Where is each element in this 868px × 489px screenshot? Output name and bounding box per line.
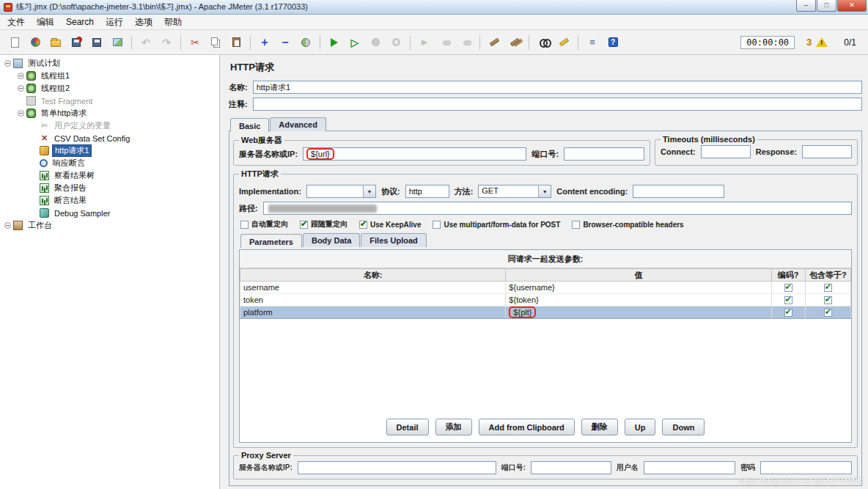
warning-indicator[interactable] (815, 37, 828, 48)
tree-toggle-icon[interactable] (18, 85, 24, 92)
add-from-clipboard-button[interactable]: Add from Clipboard (479, 419, 575, 435)
tree-item-thread-group-2[interactable]: 线程组2 (3, 82, 219, 95)
connect-timeout-input[interactable] (701, 145, 751, 158)
tree-item-http-request-1[interactable]: http请求1 (3, 144, 219, 157)
protocol-input[interactable] (405, 185, 449, 198)
search-reset-button[interactable] (554, 33, 573, 52)
new-testplan-button[interactable] (5, 33, 24, 52)
stop-button[interactable] (366, 33, 385, 52)
param-value-cell[interactable]: ${plt} (506, 306, 771, 319)
search-button[interactable] (534, 33, 553, 52)
param-name-cell[interactable]: username (240, 282, 506, 294)
start-no-pauses-button[interactable]: ▷ (345, 33, 364, 52)
error-count[interactable]: 3 (806, 37, 812, 48)
param-row-platform[interactable]: platform ${plt} (240, 306, 851, 319)
param-value-cell[interactable]: ${token} (506, 294, 771, 306)
tab-advanced[interactable]: Advanced (270, 117, 326, 131)
port-input[interactable] (564, 147, 644, 161)
tree-item-debug-sampler[interactable]: Debug Sampler (3, 207, 219, 219)
test-plan-tree[interactable]: 测试计划 线程组1 线程组2 Test Fragment 简单http请求 ✄ … (0, 55, 220, 489)
tree-toggle-icon[interactable] (18, 110, 24, 117)
tab-basic[interactable]: Basic (230, 118, 269, 132)
maximize-button[interactable]: □ (817, 0, 836, 12)
multipart-post-checkbox[interactable]: Use multipart/form-data for POST (433, 221, 560, 229)
close-button[interactable]: ✕ (837, 0, 867, 12)
encode-checkbox[interactable] (784, 296, 792, 304)
response-timeout-input[interactable] (802, 145, 852, 158)
detail-button[interactable]: Detail (386, 419, 429, 435)
up-button[interactable]: Up (625, 419, 656, 435)
parameters-table[interactable]: 名称: 值 编码? 包含等于? username ${username} (240, 268, 851, 319)
proxy-port-input[interactable] (531, 461, 611, 474)
chevron-down-icon[interactable]: ▼ (363, 185, 375, 197)
copy-button[interactable] (206, 33, 225, 52)
paste-button[interactable] (227, 33, 246, 52)
encode-checkbox[interactable] (784, 309, 792, 317)
expand-all-button[interactable]: + (255, 33, 274, 52)
menu-options[interactable]: 选项 (129, 15, 158, 30)
param-row-token[interactable]: token ${token} (240, 294, 851, 306)
cut-button[interactable]: ✂ (185, 33, 205, 52)
templates-button[interactable] (26, 33, 45, 52)
proxy-password-input[interactable] (760, 461, 852, 474)
param-name-cell[interactable]: platform (240, 306, 506, 319)
include-equals-checkbox[interactable] (824, 309, 832, 317)
encode-checkbox[interactable] (784, 284, 792, 292)
open-button[interactable] (46, 33, 65, 52)
chevron-down-icon[interactable]: ▼ (538, 185, 551, 197)
content-encoding-input[interactable] (633, 185, 724, 198)
proxy-server-name-input[interactable] (298, 461, 496, 474)
save-image-button[interactable] (108, 33, 127, 52)
path-input[interactable] (263, 202, 852, 215)
clear-all-button[interactable] (505, 33, 524, 52)
remote-start-button[interactable]: ▶ (415, 33, 434, 52)
add-button[interactable]: 添加 (435, 419, 472, 435)
server-name-input[interactable]: ${url} (303, 147, 526, 161)
tree-toggle-icon[interactable] (4, 222, 11, 229)
tree-item-response-assertion[interactable]: 响应断言 (3, 157, 219, 169)
menu-file[interactable]: 文件 (1, 15, 31, 30)
tree-item-test-fragment[interactable]: Test Fragment (3, 95, 219, 107)
remote-stop-button[interactable] (456, 33, 475, 52)
follow-redirects-checkbox[interactable]: 跟随重定向 (300, 219, 347, 229)
shutdown-button[interactable] (386, 33, 405, 52)
tree-item-thread-group-1[interactable]: 线程组1 (3, 70, 219, 82)
menu-help[interactable]: 帮助 (158, 15, 188, 30)
clear-button[interactable] (485, 33, 504, 52)
tree-item-view-results-tree[interactable]: 察看结果树 (3, 169, 219, 182)
name-input[interactable]: http请求1 (253, 81, 862, 94)
tree-toggle-icon[interactable] (18, 73, 24, 79)
auto-redirect-checkbox[interactable]: 自动重定向 (240, 219, 288, 229)
comment-input[interactable] (253, 98, 862, 111)
method-select[interactable]: GET ▼ (478, 185, 551, 198)
start-button[interactable] (325, 33, 344, 52)
menu-run[interactable]: 运行 (100, 15, 129, 30)
param-name-cell[interactable]: token (240, 294, 506, 306)
param-row-username[interactable]: username ${username} (240, 282, 851, 294)
include-equals-checkbox[interactable] (824, 284, 832, 292)
save-button[interactable] (87, 33, 106, 52)
delete-button[interactable]: 删除 (581, 419, 618, 435)
tree-toggle-icon[interactable] (4, 60, 11, 67)
keepalive-checkbox[interactable]: Use KeepAlive (359, 221, 421, 229)
tree-item-test-plan[interactable]: 测试计划 (3, 57, 219, 70)
tree-item-aggregate-report[interactable]: 聚合报告 (3, 182, 219, 194)
collapse-all-button[interactable]: − (276, 33, 295, 52)
menu-edit[interactable]: 编辑 (31, 15, 60, 30)
tab-files-upload[interactable]: Files Upload (361, 233, 426, 247)
menu-search[interactable]: Search (60, 15, 100, 29)
include-equals-checkbox[interactable] (824, 296, 832, 304)
tab-parameters[interactable]: Parameters (240, 234, 302, 248)
tab-body-data[interactable]: Body Data (303, 233, 360, 247)
remote-start-all-button[interactable] (435, 33, 455, 52)
tree-item-workbench[interactable]: 工作台 (3, 219, 219, 232)
save-as-button[interactable] (67, 33, 86, 52)
proxy-username-input[interactable] (644, 461, 735, 474)
toggle-button[interactable] (296, 33, 315, 52)
tree-item-simple-http[interactable]: 简单http请求 (3, 107, 219, 120)
down-button[interactable]: Down (662, 419, 705, 435)
tree-item-assertion-results[interactable]: 断言结果 (3, 194, 219, 207)
help-button[interactable]: ? (603, 33, 622, 52)
implementation-select[interactable]: ▼ (306, 185, 376, 198)
function-helper-button[interactable]: ≡ (583, 33, 602, 52)
